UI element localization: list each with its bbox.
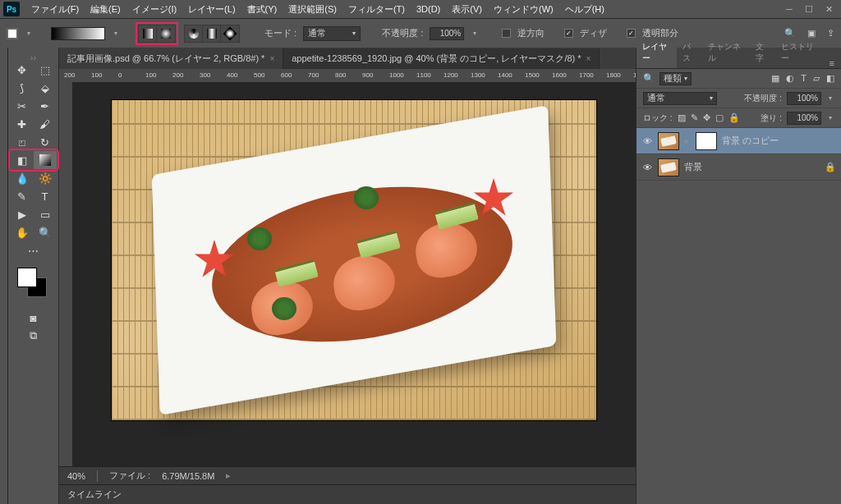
quick-select-tool[interactable]: ⬙ [34,79,57,97]
status-menu-icon[interactable]: ▸ [226,470,231,481]
panel-menu-icon[interactable]: ≡ [823,58,841,68]
filter-type-icon[interactable]: T [801,73,807,84]
opacity-input[interactable]: 100% [430,27,464,40]
brush-tool[interactable]: 🖌 [34,115,57,133]
gradient-diamond[interactable] [221,25,239,42]
move-tool[interactable]: ✥ [11,61,34,79]
window-minimize[interactable]: ─ [780,2,798,16]
window-close[interactable]: ✕ [820,2,838,16]
menu-layer[interactable]: レイヤー(L) [183,2,240,17]
doc-tab-1[interactable]: 記事用画像.psd @ 66.7% (レイヤー 2, RGB/8#) *× [59,48,283,69]
share-icon[interactable]: ⇪ [827,28,834,39]
layer-thumbnail[interactable] [658,158,679,176]
link-icon[interactable]: ⎆ [684,137,691,145]
lock-pos-icon[interactable]: ✥ [703,112,710,123]
eraser-tool[interactable]: ◧ [11,151,34,169]
menu-type[interactable]: 書式(Y) [242,2,283,17]
canvas-area[interactable] [72,82,636,466]
transparency-checkbox[interactable]: ✓ [627,29,636,38]
menu-file[interactable]: ファイル(F) [26,2,84,17]
lock-icon[interactable]: 🔒 [825,162,836,172]
layer-name[interactable]: 背景 のコピー [722,135,836,147]
panel-tab-layers[interactable]: レイヤー [636,37,677,68]
ruler-horizontal[interactable]: 2001000100200300400500600700800900100011… [59,69,636,82]
quickmask-tool[interactable]: ◙ [22,309,45,327]
crop-tool[interactable]: ✂ [11,97,34,115]
dither-checkbox[interactable]: ✓ [564,29,573,38]
lock-image-icon[interactable]: ✎ [691,112,698,123]
layer-opacity-scrub[interactable]: ▾ [826,92,834,105]
shape-tool[interactable]: ▭ [34,205,57,223]
zoom-tool[interactable]: 🔍 [34,223,57,241]
blend-mode-dropdown[interactable]: 通常▾ [643,92,717,105]
ruler-vertical[interactable] [59,82,72,466]
canvas[interactable] [112,100,596,420]
gradient-angle[interactable] [185,25,203,42]
filter-smart-icon[interactable]: ◧ [826,73,834,84]
screenmode-tool[interactable]: ⧉ [22,327,45,345]
lasso-tool[interactable]: ⟆ [11,79,34,97]
gradient-reflected[interactable] [203,25,221,42]
filter-pixel-icon[interactable]: ▦ [771,73,779,84]
eyedropper-tool[interactable]: ✒ [34,97,57,115]
filter-shape-icon[interactable]: ▱ [813,73,820,84]
menu-filter[interactable]: フィルター(T) [343,2,410,17]
foreground-color[interactable] [17,268,37,287]
blur-tool[interactable]: 💧 [11,169,34,187]
menu-view[interactable]: 表示(V) [447,2,487,17]
timeline-panel[interactable]: タイムライン [59,484,636,504]
visibility-icon[interactable]: 👁 [641,163,653,172]
edit-toolbar[interactable]: ⋯ [22,241,45,259]
kind-icon[interactable]: 🔍 [643,73,655,84]
path-select-tool[interactable]: ▶ [11,205,34,223]
menu-3d[interactable]: 3D(D) [411,2,445,16]
menu-select[interactable]: 選択範囲(S) [283,2,342,17]
mode-dropdown[interactable]: 通常▾ [303,26,361,41]
collapsed-dock-left[interactable] [0,48,8,504]
menu-help[interactable]: ヘルプ(H) [560,2,609,17]
layer-opacity-input[interactable]: 100% [787,92,821,105]
type-tool[interactable]: T [34,187,57,205]
lock-all-icon[interactable]: 🔒 [728,112,740,123]
close-tab-icon[interactable]: × [269,54,274,63]
panel-tab-char[interactable]: 文字 [750,37,775,68]
doc-tab-2[interactable]: appetite-1238569_1920.jpg @ 40% (背景 のコピー… [283,48,600,69]
history-brush-tool[interactable]: ↻ [34,133,57,151]
panel-tab-history[interactable]: ヒストリー [775,37,823,68]
gradient-tool[interactable] [34,151,57,169]
pen-tool[interactable]: ✎ [11,187,34,205]
color-swatches[interactable] [17,268,50,300]
hand-tool[interactable]: ✋ [11,223,34,241]
filter-adjust-icon[interactable]: ◐ [786,73,794,84]
stamp-tool[interactable]: ⏍ [11,133,34,151]
layer-kind-dropdown[interactable]: 種類▾ [659,72,692,85]
tool-preset-icon[interactable] [7,28,18,39]
gradient-radial[interactable] [157,25,175,42]
menu-image[interactable]: イメージ(I) [127,2,182,17]
heal-tool[interactable]: ✚ [11,115,34,133]
close-tab-icon[interactable]: × [586,54,591,63]
mask-thumbnail[interactable] [696,132,717,150]
layer-row[interactable]: 👁 背景 🔒 [636,154,841,181]
zoom-value[interactable]: 40% [67,471,85,481]
opacity-scrub[interactable]: ▾ [471,27,479,40]
layer-thumbnail[interactable] [658,132,679,150]
fill-input[interactable]: 100% [787,112,821,125]
panel-tab-channels[interactable]: チャンネル [702,37,750,68]
menu-window[interactable]: ウィンドウ(W) [489,2,558,17]
layer-name[interactable]: 背景 [684,161,820,173]
gradient-preview[interactable] [51,27,105,40]
lock-trans-icon[interactable]: ▨ [678,112,686,123]
marquee-tool[interactable]: ⬚ [34,61,57,79]
window-maximize[interactable]: ☐ [800,2,818,16]
reverse-checkbox[interactable] [502,29,511,38]
lock-artboard-icon[interactable]: ▢ [715,112,724,123]
fill-scrub[interactable]: ▾ [826,112,834,125]
tool-preset-dropdown[interactable]: ▾ [25,27,33,40]
menu-edit[interactable]: 編集(E) [85,2,126,17]
dodge-tool[interactable]: 🔆 [34,169,57,187]
gradient-linear[interactable] [139,25,157,42]
layer-row[interactable]: 👁 ⎆ 背景 のコピー [636,128,841,154]
gradient-picker-dropdown[interactable]: ▾ [112,27,120,40]
panel-tab-paths[interactable]: パス [677,37,702,68]
